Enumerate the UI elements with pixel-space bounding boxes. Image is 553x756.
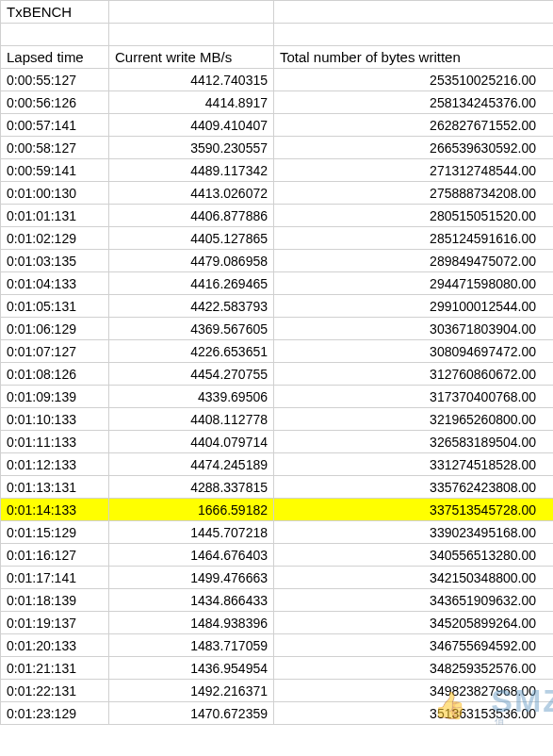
cell-total-bytes: 308094697472.00 <box>274 340 554 363</box>
cell-total-bytes: 258134245376.00 <box>274 91 554 114</box>
table-row: 0:01:15:1291445.707218339023495168.00 <box>1 521 554 544</box>
cell-lapsed-time: 0:00:56:126 <box>1 91 109 114</box>
table-row: 0:01:02:1294405.127865285124591616.00 <box>1 227 554 250</box>
table-row: 0:01:01:1314406.877886280515051520.00 <box>1 205 554 227</box>
cell-lapsed-time: 0:00:58:127 <box>1 137 109 159</box>
table-row: 0:01:23:1291470.672359351363153536.00 <box>1 702 554 725</box>
table-row: 0:01:21:1311436.954954348259352576.00 <box>1 657 554 680</box>
cell-total-bytes: 262827671552.00 <box>274 114 554 137</box>
cell-lapsed-time: 0:01:10:133 <box>1 408 109 431</box>
cell-current-write: 4405.127865 <box>109 227 274 250</box>
table-row: 0:01:19:1371484.938396345205899264.00 <box>1 612 554 634</box>
table-row: 0:00:56:1264414.8917258134245376.00 <box>1 91 554 114</box>
table-row: 0:01:11:1334404.079714326583189504.00 <box>1 431 554 453</box>
table-row: 0:01:10:1334408.112778321965260800.00 <box>1 408 554 431</box>
cell-current-write: 4369.567605 <box>109 318 274 340</box>
cell-total-bytes: 285124591616.00 <box>274 227 554 250</box>
cell-current-write: 4288.337815 <box>109 476 274 499</box>
cell-lapsed-time: 0:01:20:133 <box>1 634 109 657</box>
cell-current-write: 4412.740315 <box>109 69 274 91</box>
cell-current-write: 4474.245189 <box>109 453 274 476</box>
cell-lapsed-time: 0:01:11:133 <box>1 431 109 453</box>
cell-current-write: 1445.707218 <box>109 521 274 544</box>
cell-lapsed-time: 0:01:15:129 <box>1 521 109 544</box>
table-row: 0:00:57:1414409.410407262827671552.00 <box>1 114 554 137</box>
cell-lapsed-time: 0:01:08:126 <box>1 363 109 386</box>
cell-current-write: 4479.086958 <box>109 250 274 272</box>
cell-total-bytes: 280515051520.00 <box>274 205 554 227</box>
cell-current-write: 1499.476663 <box>109 567 274 589</box>
cell-total-bytes: 317370400768.00 <box>274 386 554 408</box>
cell-total-bytes: 345205899264.00 <box>274 612 554 634</box>
cell-lapsed-time: 0:01:17:141 <box>1 567 109 589</box>
cell-total-bytes: 348259352576.00 <box>274 657 554 680</box>
cell-lapsed-time: 0:00:57:141 <box>1 114 109 137</box>
cell-total-bytes: 343651909632.00 <box>274 589 554 612</box>
cell-total-bytes: 275888734208.00 <box>274 182 554 205</box>
cell-lapsed-time: 0:01:22:131 <box>1 680 109 702</box>
cell-lapsed-time: 0:01:01:131 <box>1 205 109 227</box>
cell-lapsed-time: 0:01:09:139 <box>1 386 109 408</box>
cell-current-write: 4408.112778 <box>109 408 274 431</box>
table-row: 0:01:03:1354479.086958289849475072.00 <box>1 250 554 272</box>
cell-current-write: 1666.59182 <box>109 499 274 521</box>
app-title: TxBENCH <box>1 1 109 24</box>
cell-current-write: 4416.269465 <box>109 272 274 295</box>
empty-cell <box>274 24 554 46</box>
cell-total-bytes: 331274518528.00 <box>274 453 554 476</box>
cell-total-bytes: 351363153536.00 <box>274 702 554 725</box>
cell-lapsed-time: 0:01:12:133 <box>1 453 109 476</box>
cell-current-write: 4406.877886 <box>109 205 274 227</box>
cell-total-bytes: 312760860672.00 <box>274 363 554 386</box>
cell-lapsed-time: 0:01:13:131 <box>1 476 109 499</box>
cell-total-bytes: 266539630592.00 <box>274 137 554 159</box>
table-row: 0:01:18:1391434.866433343651909632.00 <box>1 589 554 612</box>
cell-current-write: 1484.938396 <box>109 612 274 634</box>
cell-lapsed-time: 0:01:23:129 <box>1 702 109 725</box>
empty-cell <box>274 1 554 24</box>
cell-total-bytes: 289849475072.00 <box>274 250 554 272</box>
cell-current-write: 4422.583793 <box>109 295 274 318</box>
table-row: 0:01:12:1334474.245189331274518528.00 <box>1 453 554 476</box>
cell-total-bytes: 337513545728.00 <box>274 499 554 521</box>
cell-lapsed-time: 0:01:21:131 <box>1 657 109 680</box>
cell-total-bytes: 339023495168.00 <box>274 521 554 544</box>
cell-total-bytes: 326583189504.00 <box>274 431 554 453</box>
cell-lapsed-time: 0:01:02:129 <box>1 227 109 250</box>
table-row: 0:01:05:1314422.583793299100012544.00 <box>1 295 554 318</box>
cell-current-write: 1436.954954 <box>109 657 274 680</box>
cell-lapsed-time: 0:01:05:131 <box>1 295 109 318</box>
cell-lapsed-time: 0:01:00:130 <box>1 182 109 205</box>
empty-cell <box>109 24 274 46</box>
cell-total-bytes: 294471598080.00 <box>274 272 554 295</box>
cell-total-bytes: 349823827968.00 <box>274 680 554 702</box>
cell-current-write: 1483.717059 <box>109 634 274 657</box>
table-row: 0:01:07:1274226.653651308094697472.00 <box>1 340 554 363</box>
table-row: 0:01:08:1264454.270755312760860672.00 <box>1 363 554 386</box>
table-row: 0:00:58:1273590.230557266539630592.00 <box>1 137 554 159</box>
cell-total-bytes: 299100012544.00 <box>274 295 554 318</box>
cell-lapsed-time: 0:01:04:133 <box>1 272 109 295</box>
table-row: 0:01:20:1331483.717059346755694592.00 <box>1 634 554 657</box>
cell-lapsed-time: 0:01:19:137 <box>1 612 109 634</box>
table-row: 0:01:16:1271464.676403340556513280.00 <box>1 544 554 567</box>
cell-current-write: 1470.672359 <box>109 702 274 725</box>
cell-total-bytes: 342150348800.00 <box>274 567 554 589</box>
table-row: 0:00:59:1414489.117342271312748544.00 <box>1 159 554 182</box>
table-row: 0:01:06:1294369.567605303671803904.00 <box>1 318 554 340</box>
cell-current-write: 3590.230557 <box>109 137 274 159</box>
cell-total-bytes: 346755694592.00 <box>274 634 554 657</box>
table-row: 0:01:04:1334416.269465294471598080.00 <box>1 272 554 295</box>
table-row: 0:01:17:1411499.476663342150348800.00 <box>1 567 554 589</box>
cell-lapsed-time: 0:01:03:135 <box>1 250 109 272</box>
cell-total-bytes: 340556513280.00 <box>274 544 554 567</box>
title-row: TxBENCH <box>1 1 554 24</box>
cell-current-write: 1492.216371 <box>109 680 274 702</box>
cell-lapsed-time: 0:01:16:127 <box>1 544 109 567</box>
cell-current-write: 4489.117342 <box>109 159 274 182</box>
spacer-row <box>1 24 554 46</box>
cell-total-bytes: 303671803904.00 <box>274 318 554 340</box>
cell-total-bytes: 271312748544.00 <box>274 159 554 182</box>
cell-lapsed-time: 0:00:59:141 <box>1 159 109 182</box>
cell-total-bytes: 321965260800.00 <box>274 408 554 431</box>
